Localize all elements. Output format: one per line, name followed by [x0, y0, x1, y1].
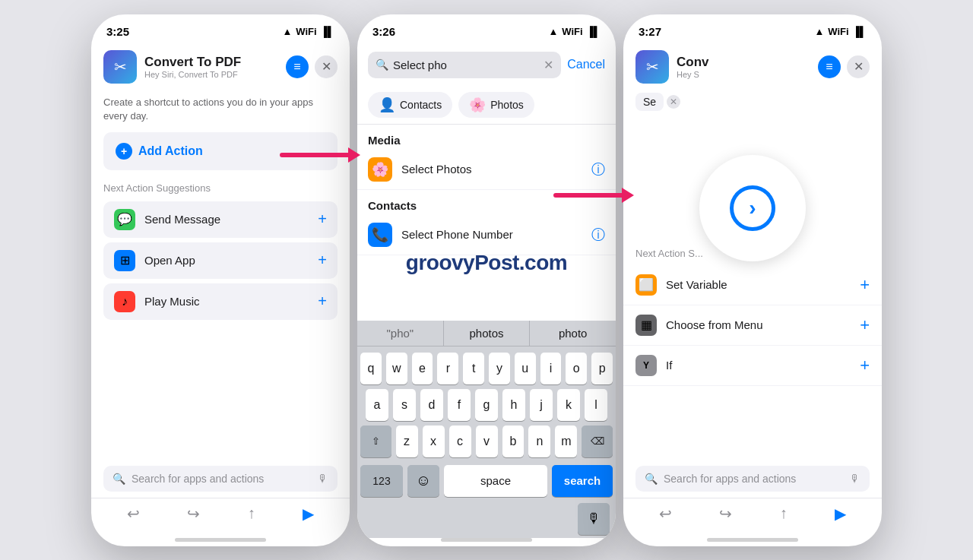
key-o[interactable]: o [566, 353, 587, 384]
key-m[interactable]: m [555, 426, 577, 457]
key-y[interactable]: y [489, 353, 510, 384]
phone3-close-button[interactable]: ✕ [847, 55, 870, 78]
select-phone-info[interactable]: ⓘ [591, 226, 605, 244]
action-select-photos[interactable]: 🌸 Select Photos ⓘ [357, 150, 616, 190]
mic-icon-1: 🎙 [318, 473, 328, 485]
key-k[interactable]: k [557, 389, 580, 421]
choose-menu-icon: ▦ [635, 315, 657, 336]
choose-menu-plus: + [860, 315, 870, 335]
suggestion-play-music[interactable]: ♪ Play Music + [103, 283, 338, 320]
key-q[interactable]: q [360, 353, 382, 384]
nav-share-3[interactable]: ↑ [780, 505, 788, 523]
suggestion-send-message[interactable]: 💬 Send Message + [103, 201, 338, 238]
key-num[interactable]: 123 [360, 465, 403, 497]
key-s[interactable]: s [393, 389, 416, 421]
next-action-set-variable[interactable]: ⬜ Set Variable + [623, 265, 882, 305]
key-j[interactable]: j [530, 389, 553, 421]
search-icon-sm: 🔍 [113, 473, 125, 485]
word-photos[interactable]: photos [444, 321, 531, 346]
chip-contacts[interactable]: 👤 Contacts [368, 92, 452, 118]
word-suggestions: "pho" photos photo [357, 321, 616, 346]
status-icons-3: ▲ WiFi ▐▌ [814, 26, 867, 37]
key-g[interactable]: g [475, 389, 498, 421]
chip-photos-label: Photos [490, 99, 524, 111]
bottom-nav-3: ↩ ↪ ↑ ▶ [623, 498, 882, 538]
key-shift[interactable]: ⇧ [360, 426, 391, 457]
keyboard-bottom-row: 123 ☺ space search [357, 465, 616, 500]
key-f[interactable]: f [448, 389, 471, 421]
nav-forward[interactable]: ↪ [187, 505, 200, 523]
home-indicator-2 [441, 538, 532, 542]
time-1: 3:25 [106, 25, 129, 38]
phone3-header-actions: ≡ ✕ [818, 55, 870, 78]
key-a[interactable]: a [366, 389, 388, 421]
shortcuts-app-icon: ✂ [103, 50, 137, 84]
menu-button[interactable]: ≡ [286, 55, 309, 78]
chevron-right-icon: › [730, 185, 775, 231]
nav-forward-3[interactable]: ↪ [719, 505, 732, 523]
mic-icon-3: 🎙 [850, 473, 860, 485]
next-action-if[interactable]: Y If + [623, 346, 882, 386]
key-x[interactable]: x [423, 426, 445, 457]
key-u[interactable]: u [515, 353, 536, 384]
suggestions-title: Next Action Suggestions [103, 182, 338, 194]
phone3-menu-button[interactable]: ≡ [818, 55, 841, 78]
nav-share[interactable]: ↑ [248, 505, 255, 523]
phone3-app-icon: ✂ [635, 50, 669, 84]
key-search[interactable]: search [552, 465, 613, 497]
key-z[interactable]: z [396, 426, 418, 457]
keyboard-rows: q w e r t y u i o p a s d f g h [357, 346, 616, 465]
watermark-area: groovyPost.com [357, 255, 616, 321]
key-h[interactable]: h [502, 389, 525, 421]
bottom-nav-1: ↩ ↪ ↑ ▶ [91, 498, 350, 538]
home-indicator-3 [707, 538, 798, 542]
category-chips: 👤 Contacts 🌸 Photos [357, 86, 616, 125]
word-pho[interactable]: "pho" [357, 321, 444, 346]
shortcuts-header: ✂ Convert To PDF Hey Siri, Convert To PD… [91, 44, 350, 90]
key-backspace[interactable]: ⌫ [582, 426, 613, 457]
nav-back-3[interactable]: ↩ [659, 505, 672, 523]
set-variable-icon: ⬜ [635, 274, 657, 296]
phone3-subtitle: Hey S [677, 70, 810, 79]
key-space[interactable]: space [444, 465, 547, 497]
word-photo[interactable]: photo [530, 321, 616, 346]
media-section-header: Media [357, 125, 616, 150]
nav-play-3[interactable]: ▶ [835, 505, 846, 523]
add-action-button[interactable]: + Add Action [103, 132, 338, 170]
key-d[interactable]: d [420, 389, 443, 421]
suggestion-open-app[interactable]: ⊞ Open App + [103, 242, 338, 279]
key-e[interactable]: e [412, 353, 433, 384]
key-emoji[interactable]: ☺ [407, 465, 439, 497]
key-t[interactable]: t [463, 353, 484, 384]
nav-play[interactable]: ▶ [303, 505, 314, 523]
key-v[interactable]: v [476, 426, 498, 457]
time-3: 3:27 [639, 25, 661, 38]
key-l[interactable]: l [585, 389, 607, 421]
next-action-choose-menu[interactable]: ▦ Choose from Menu + [623, 305, 882, 346]
key-b[interactable]: b [502, 426, 525, 457]
chip-contacts-label: Contacts [400, 99, 442, 111]
se-badge-row: Se ✕ [623, 90, 882, 117]
wifi-icon-3: WiFi [828, 26, 848, 37]
key-n[interactable]: n [528, 426, 550, 457]
key-mic[interactable]: 🎙 [578, 503, 610, 535]
search-clear-icon[interactable]: ✕ [544, 58, 553, 72]
key-i[interactable]: i [540, 353, 562, 384]
close-button[interactable]: ✕ [315, 55, 338, 78]
send-message-plus: + [318, 210, 327, 228]
key-row-2: a s d f g h j k l [360, 389, 613, 421]
search-icon-3: 🔍 [645, 473, 658, 485]
phone-1: 3:25 ▲ WiFi ▐▌ ✂ Convert To PDF Hey Siri… [91, 14, 350, 546]
key-w[interactable]: w [386, 353, 407, 384]
key-p[interactable]: p [591, 353, 613, 384]
select-photos-info[interactable]: ⓘ [591, 160, 605, 179]
badge-close[interactable]: ✕ [667, 95, 680, 109]
action-select-phone[interactable]: 📞 Select Phone Number ⓘ [357, 215, 616, 255]
cancel-button[interactable]: Cancel [567, 58, 605, 71]
chip-photos[interactable]: 🌸 Photos [458, 92, 534, 118]
search-input-wrap[interactable]: 🔍 Select pho ✕ [368, 52, 561, 78]
key-c[interactable]: c [449, 426, 471, 457]
key-r[interactable]: r [437, 353, 458, 384]
nav-back[interactable]: ↩ [127, 505, 140, 523]
search-header: 🔍 Select pho ✕ Cancel [357, 44, 616, 86]
